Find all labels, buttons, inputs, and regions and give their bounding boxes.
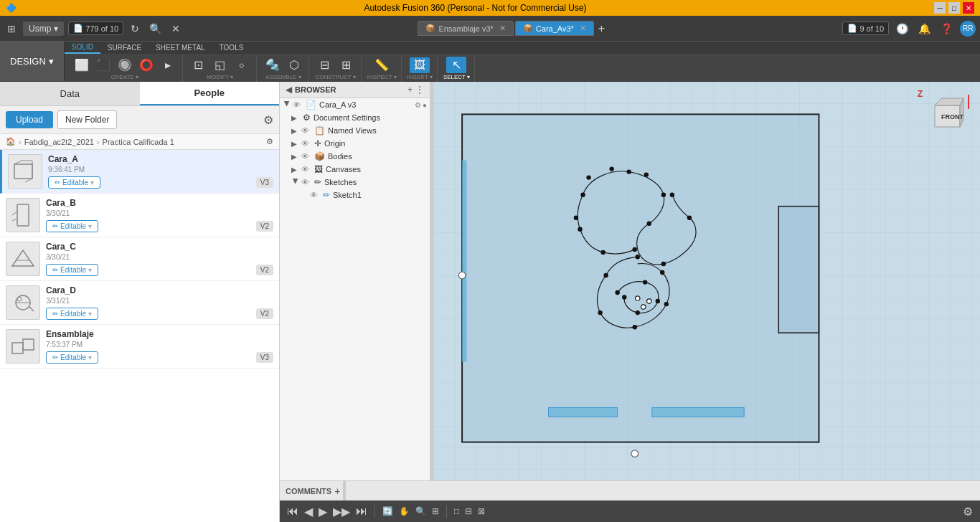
timeline-play-btn[interactable]: ▶: [317, 503, 329, 520]
notifications-button[interactable]: 🔔: [915, 22, 933, 36]
assemble-new-btn[interactable]: 🔩: [263, 57, 283, 73]
help-button[interactable]: ❓: [938, 22, 956, 36]
editable-badge-cara-d[interactable]: ✏ Editable ▾: [46, 308, 98, 320]
tree-item-doc-settings[interactable]: ▶ ⚙ Document Settings: [280, 111, 430, 124]
editable-badge-ensamblaje[interactable]: ✏ Editable ▾: [46, 351, 98, 364]
pan-btn[interactable]: ✋: [397, 505, 411, 518]
toolbar-tab-sheet-metal[interactable]: SHEET METAL: [149, 42, 212, 54]
editable-badge-cara-c[interactable]: ✏ Editable ▾: [46, 264, 98, 276]
tab-data[interactable]: Data: [0, 82, 140, 105]
timeline-first-btn[interactable]: ⏮: [286, 503, 300, 519]
close-button[interactable]: ✕: [963, 2, 974, 14]
tree-sketches-eye[interactable]: 👁: [301, 178, 311, 186]
tree-item-bodies[interactable]: ▶ 👁 📦 Bodies: [280, 150, 430, 163]
browser-collapse-button[interactable]: ◀: [286, 85, 292, 95]
editable-badge-cara-a[interactable]: ✏ Editable ▾: [48, 176, 100, 189]
tree-root[interactable]: ▶ 👁 📄 Cara_A v3 ⚙ ●: [280, 98, 430, 111]
tree-origin-arrow[interactable]: ▶: [291, 140, 300, 148]
restore-button[interactable]: □: [948, 2, 960, 14]
tree-doc-settings-arrow[interactable]: ▶: [291, 114, 300, 122]
tree-item-sketch1[interactable]: 👁 ✏ Sketch1: [280, 189, 430, 201]
tree-bodies-arrow[interactable]: ▶: [291, 153, 300, 161]
list-item[interactable]: Cara_B 3/30/21 ✏ Editable ▾ V2: [0, 194, 279, 237]
tree-canvases-arrow[interactable]: ▶: [291, 166, 300, 174]
tab-ensamblaje[interactable]: 📦 Ensamblaje v3* ✕: [418, 21, 513, 36]
comments-drag-handle[interactable]: [343, 481, 346, 500]
assemble-joint-btn[interactable]: ⬡: [284, 57, 304, 73]
toolbar-tab-surface[interactable]: SURFACE: [100, 42, 149, 54]
select-btn[interactable]: ↖: [446, 57, 466, 73]
timeline-next-btn[interactable]: ▶▶: [331, 503, 352, 520]
browser-drag-handle[interactable]: ⋮: [415, 85, 424, 95]
construct-offset-plane-btn[interactable]: ⊟: [315, 57, 335, 73]
list-item[interactable]: Cara_A 9:36:41 PM ✏ Editable ▾ V3: [0, 150, 279, 194]
create-revolve-btn[interactable]: 🔘: [115, 57, 135, 73]
grid-settings-btn[interactable]: ⊠: [476, 505, 486, 518]
browser-add-button[interactable]: +: [407, 85, 413, 95]
settings-bottom-btn[interactable]: ⚙: [961, 503, 974, 520]
breadcrumb-subfolder[interactable]: Practica Calificada 1: [103, 138, 174, 146]
tree-root-settings[interactable]: ⚙: [415, 101, 421, 109]
tree-item-canvases[interactable]: ▶ 👁 🖼 Canvases: [280, 163, 430, 176]
list-item[interactable]: Cara_C 3/30/21 ✏ Editable ▾ V2: [0, 237, 279, 281]
insert-sketch-btn[interactable]: 🖼: [410, 57, 430, 73]
apps-menu-button[interactable]: ⊞: [4, 22, 19, 36]
inspect-measure-btn[interactable]: 📏: [372, 57, 392, 73]
tree-root-eye[interactable]: 👁: [293, 100, 303, 109]
account-button[interactable]: RR: [960, 21, 976, 37]
tab-cara-av3-close[interactable]: ✕: [580, 24, 586, 33]
editable-badge-cara-b[interactable]: ✏ Editable ▾: [46, 220, 98, 232]
tab-ensamblaje-close[interactable]: ✕: [499, 24, 506, 33]
display-mode-btn[interactable]: □: [453, 505, 461, 518]
more-icon: ▸: [165, 58, 171, 72]
tree-origin-eye[interactable]: 👁: [301, 139, 311, 148]
tree-bodies-eye[interactable]: 👁: [301, 152, 311, 161]
create-more-btn[interactable]: ▸: [158, 57, 178, 73]
orbit-btn[interactable]: 🔄: [381, 505, 395, 518]
construct-more-btn[interactable]: ⊞: [336, 57, 357, 73]
breadcrumb-settings-icon[interactable]: ⚙: [266, 137, 273, 146]
list-item[interactable]: Ensamblaje 7:53:37 PM ✏ Editable ▾ V3: [0, 325, 279, 369]
toolbar-tab-tools[interactable]: TOOLS: [212, 42, 251, 54]
design-menu-button[interactable]: DESIGN ▾: [0, 42, 65, 81]
tree-item-origin[interactable]: ▶ 👁 ✛ Origin: [280, 137, 430, 150]
modify-press-pull-btn[interactable]: ⊡: [189, 57, 209, 73]
tree-root-arrow[interactable]: ▶: [283, 100, 291, 109]
tree-named-views-arrow[interactable]: ▶: [291, 127, 300, 135]
refresh-button[interactable]: ↻: [128, 22, 142, 36]
toolbar-tab-solid[interactable]: SOLID: [65, 42, 100, 54]
close-panel-button[interactable]: ✕: [169, 22, 183, 36]
add-tab-button[interactable]: +: [595, 21, 608, 36]
search-button[interactable]: 🔍: [146, 22, 164, 36]
grid-btn[interactable]: ⊟: [463, 505, 473, 518]
timeline-prev-btn[interactable]: ◀: [303, 503, 314, 520]
tree-item-named-views[interactable]: ▶ 👁 📋 Named Views: [280, 124, 430, 137]
breadcrumb-folder[interactable]: Fabdig_ac2t2_2021: [24, 138, 94, 146]
timeline-last-btn[interactable]: ⏭: [354, 503, 369, 519]
tab-people[interactable]: People: [140, 82, 280, 105]
tree-named-views-eye[interactable]: 👁: [301, 126, 311, 135]
tree-sketch1-eye[interactable]: 👁: [310, 191, 320, 199]
history-button[interactable]: 🕐: [893, 22, 911, 36]
tree-item-sketches[interactable]: ▶ 👁 ✏ Sketches: [280, 176, 430, 189]
comments-add-button[interactable]: +: [334, 485, 340, 497]
tree-canvases-eye[interactable]: 👁: [301, 165, 311, 174]
create-sweep-btn[interactable]: ⭕: [136, 57, 156, 73]
new-folder-button[interactable]: New Folder: [57, 110, 117, 129]
settings-icon-button[interactable]: ⚙: [263, 113, 273, 127]
upload-button[interactable]: Upload: [6, 111, 53, 128]
create-extrude-btn[interactable]: ⬛: [93, 57, 113, 73]
tab-cara-av3[interactable]: 📦 Cara_Av3* ✕: [515, 21, 594, 36]
modify-fillet-btn[interactable]: ◱: [210, 57, 230, 73]
zoom-btn[interactable]: 🔍: [414, 505, 428, 518]
minimize-button[interactable]: ─: [934, 2, 946, 14]
modify-shell-btn[interactable]: ⬦: [232, 57, 252, 73]
viewport[interactable]: FRONT Z: [433, 82, 980, 480]
tree-root-active[interactable]: ●: [423, 101, 427, 109]
create-new-component-btn[interactable]: ⬜: [72, 57, 92, 73]
user-menu-button[interactable]: Usmp ▾: [23, 22, 64, 36]
list-item[interactable]: Cara_D 3/31/21 ✏ Editable ▾ V2: [0, 281, 279, 325]
breadcrumb-home-icon[interactable]: 🏠: [6, 137, 16, 146]
tree-sketches-arrow[interactable]: ▶: [292, 178, 300, 186]
fit-btn[interactable]: ⊞: [430, 505, 440, 518]
